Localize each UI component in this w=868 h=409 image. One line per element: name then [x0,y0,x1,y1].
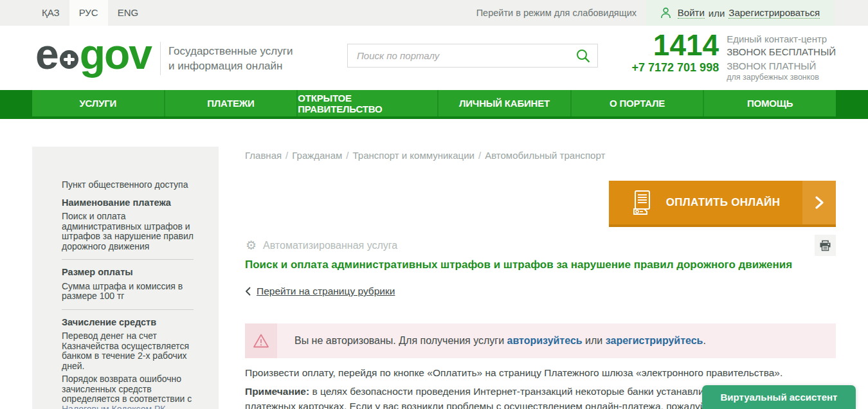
breadcrumb-transport[interactable]: Транспорт и коммуникации [352,150,474,161]
login-area: Войти или Зарегистрироваться [646,0,834,26]
portal-search [347,44,598,68]
contact-center-label: Единый контакт-центр [727,31,836,46]
sidebar-divider [62,309,194,310]
document-icon [631,190,653,215]
nav-item-personal-cabinet[interactable]: ЛИЧНЫЙ КАБИНЕТ [439,90,572,116]
main-navigation: УСЛУГИ ПЛАТЕЖИ ОТКРЫТОЕ ПРАВИТЕЛЬСТВО ЛИ… [0,90,868,119]
tagline-line1: Государственные услуги [168,44,293,59]
nav-item-open-government[interactable]: ОТКРЫТОЕ ПРАВИТЕЛЬСТВО [298,90,439,116]
search-icon[interactable] [575,48,591,64]
sidebar-crediting-text-2-prefix: Порядок возврата ошибочно зачисленных ср… [62,374,192,404]
gear-icon: ⚙ [246,239,257,251]
sidebar-divider [62,259,194,260]
nav-item-help[interactable]: ПОМОЩЬ [704,90,836,116]
chevron-right-icon [802,181,836,224]
egov-portal-page: ҚАЗ РУС ENG Перейти в режим для слабовид… [0,0,868,409]
logo-letter-e: e [35,35,58,73]
chevron-left-icon [245,287,251,296]
login-or-text: или [709,8,725,19]
logo-plus-icon [60,50,78,69]
tax-code-link[interactable]: Налоговым Кодексом РК – 102-108 [62,404,173,409]
sidebar-crediting-text-2: Порядок возврата ошибочно зачисленных ср… [62,374,194,409]
search-input[interactable] [348,44,597,67]
warning-login-link[interactable]: авторизуйтесь [507,335,583,346]
nav-item-about-portal[interactable]: О ПОРТАЛЕ [572,90,705,116]
warning-text: Вы не авторизованы. Для получения услуги… [277,335,706,347]
warning-triangle-icon [253,333,269,349]
sidebar-payment-name-title: Наименование платежа [62,198,194,208]
service-type-label: Автоматизированная услуга [263,240,397,251]
person-icon [660,7,671,19]
virtual-assistant-button[interactable]: Виртуальный ассистент [702,385,856,409]
printer-icon [819,240,831,251]
warning-icon-segment [245,323,277,358]
paid-call-label: ЗВОНОК ПЛАТНЫЙ [727,60,836,72]
payment-info-sidebar: Пункт общественного доступа Наименование… [32,147,219,409]
sidebar-payment-name-text: Поиск и оплата административных штрафов … [62,212,194,251]
contact-short-number: 1414 [632,31,719,59]
pay-online-label: ОПЛАТИТЬ ОНЛАЙН [666,196,780,209]
back-row: Перейти на страницу рубрики [245,286,395,297]
breadcrumb-separator: / [282,150,292,161]
back-to-rubric-link[interactable]: Перейти на страницу рубрики [257,286,395,297]
sidebar-access-point: Пункт общественного доступа [62,180,194,190]
breadcrumb-auto-transport[interactable]: Автомобильный транспорт [485,150,605,161]
page-title: Поиск и оплата административных штрафов … [245,259,830,271]
paid-call-note: для зарубежных звонков [727,72,836,82]
language-tab-eng[interactable]: ENG [108,0,149,26]
language-switcher: ҚАЗ РУС ENG [32,0,148,26]
logo-divider [160,42,161,75]
login-link[interactable]: Войти [678,7,705,19]
contact-phone-number: +7 7172 701 998 [632,60,719,82]
note-label: Примечание: [245,386,309,397]
portal-tagline: Государственные услуги и информация онла… [168,44,293,73]
sidebar-crediting-title: Зачисление средств [62,318,194,328]
pay-online-button[interactable]: ОПЛАТИТЬ ОНЛАЙН [609,181,836,227]
breadcrumb-citizens[interactable]: Гражданам [292,150,342,161]
language-tab-kaz[interactable]: ҚАЗ [32,0,69,26]
free-call-label: ЗВОНОК БЕСПЛАТНЫЙ [727,46,836,59]
service-type-row: ⚙ Автоматизированная услуга [246,239,397,251]
contact-center-block: 1414 Единый контакт-центр ЗВОНОК БЕСПЛАТ… [632,31,836,82]
nav-item-payments[interactable]: ПЛАТЕЖИ [165,90,298,116]
breadcrumb: Главная/Гражданам/Транспорт и коммуникац… [245,150,605,161]
register-link[interactable]: Зарегистрироваться [728,7,820,19]
warning-message: Вы не авторизованы. Для получения услуги [294,335,507,346]
logo-letters-gov: gov [80,35,151,73]
main-content: Пункт общественного доступа Наименование… [0,119,868,409]
nav-item-services[interactable]: УСЛУГИ [32,90,165,116]
accessibility-mode-link[interactable]: Перейти в режим для слабовидящих [476,0,637,26]
topbar: ҚАЗ РУС ENG Перейти в режим для слабовид… [0,0,868,26]
tagline-line2: и информация онлайн [168,59,293,73]
warning-or-text: или [583,335,606,346]
sidebar-payment-size-text: Сумма штрафа и комиссия в размере 100 тг [62,282,194,302]
breadcrumb-home[interactable]: Главная [245,150,282,161]
auth-warning-banner: Вы не авторизованы. Для получения услуги… [245,323,836,358]
sidebar-payment-size-title: Размер оплаты [62,268,194,278]
warning-period: . [703,335,705,346]
warning-register-link[interactable]: зарегистрируйтесь [606,335,703,346]
print-button[interactable] [815,235,836,256]
payment-instruction-paragraph: Произвести оплату, перейдя по кнопке «Оп… [245,367,836,379]
breadcrumb-separator: / [475,150,485,161]
language-tab-rus[interactable]: РУС [69,0,108,26]
sidebar-crediting-text-1: Перевод денег на счет Казначейства осуще… [62,331,194,371]
breadcrumb-separator: / [342,150,352,161]
egov-logo[interactable]: e gov [35,35,151,73]
header: e gov Государственные услуги и информаци… [0,26,868,90]
